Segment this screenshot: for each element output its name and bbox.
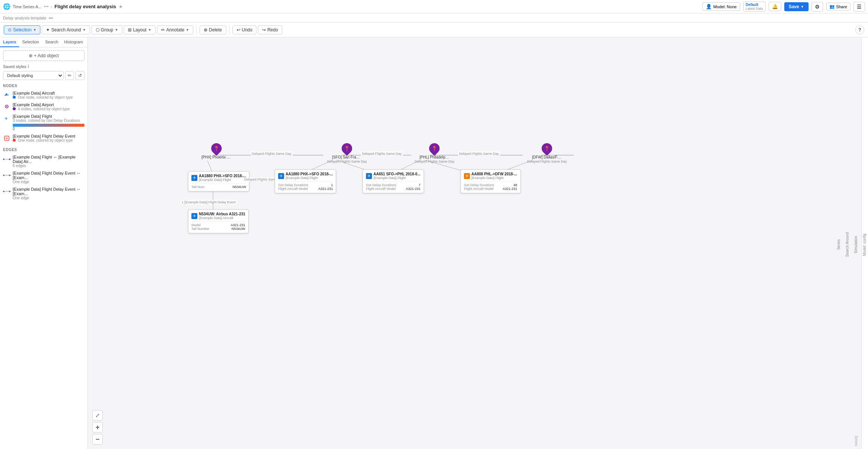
f2-model-row: Flight Aircraft Model A321-231 xyxy=(278,187,333,191)
delete-button[interactable]: ⊗ Delete xyxy=(200,25,226,34)
redo-label: Redo xyxy=(267,27,278,33)
f3-model-label: Flight Aircraft Model xyxy=(366,187,396,191)
save-dropdown-icon: ▼ xyxy=(801,5,804,9)
page-title: Flight delay event analysis xyxy=(55,4,116,9)
f2-model-label: Flight Aircraft Model xyxy=(278,187,308,191)
tab-layers[interactable]: Layers xyxy=(0,37,19,47)
airport-dfw[interactable]: 📍 [DFW] Dallas/Fort Wo... Delayed Flight… xyxy=(527,143,567,163)
f2-delay-value: 1 xyxy=(331,183,333,187)
add-object-button[interactable]: ⊕ + Add object xyxy=(3,50,84,61)
menu-button[interactable]: ☰ xyxy=(853,2,865,12)
flight-node-f4[interactable]: ✈ AA808 PHL->DFW 2018-... [Example Data]… xyxy=(461,169,521,193)
zoom-out-button[interactable]: − xyxy=(92,434,103,445)
right-tab-series[interactable]: Series xyxy=(835,236,842,253)
right-tab-simulation[interactable]: Simulation xyxy=(852,233,859,256)
layer-edge-1[interactable]: [Example Data] Flight ↔ [Example Data] A… xyxy=(3,153,84,169)
airport-phl[interactable]: 📍 [PHL] Philadelphia In... Delayed Fligh… xyxy=(415,143,455,163)
default-latest-button[interactable]: Default Latest Data xyxy=(743,1,766,12)
ac1-title: N534UW: Airbus A321-231 [Example Data] A… xyxy=(199,212,245,220)
delete-label: Delete xyxy=(209,27,222,33)
right-tab-search-around[interactable]: Search Around xyxy=(844,229,851,260)
fit-zoom-button[interactable]: ⤢ xyxy=(92,410,103,421)
selection-button[interactable]: ⊙ Selection ▼ xyxy=(4,25,40,34)
f4-name: AA808 PHL->DFW 2018-... xyxy=(471,172,517,176)
ac1-icon: ✈ xyxy=(191,213,197,219)
nodes-section-header: NODES xyxy=(3,84,84,88)
tab-search[interactable]: Search xyxy=(42,37,61,47)
f4-icon: ✈ xyxy=(464,173,470,179)
f2-delay-row: Get Delay Durations 1 xyxy=(278,183,333,187)
star-icon[interactable]: ★ xyxy=(118,4,123,9)
f3-icon: ✈ xyxy=(366,173,372,179)
aircraft-layer-desc: One node, colored by object type xyxy=(18,95,73,99)
f4-delay-row: Get Delay Durations 48 xyxy=(464,183,517,187)
search-around-icon: ✦ xyxy=(46,27,50,33)
airport-layer-info: [Example Data] Airport 4 nodes, colored … xyxy=(13,102,84,111)
undo-button[interactable]: ↩ Undo xyxy=(233,25,257,34)
flight-layer-name: [Example Data] Flight xyxy=(13,114,84,119)
right-tab-model-config[interactable]: Model: config xyxy=(861,231,868,259)
info-icon[interactable]: ℹ xyxy=(28,64,29,69)
aircraft-layer-info: [Example Data] Aircraft One node, colore… xyxy=(13,91,84,99)
airport-phx[interactable]: 📍 [PHX] Phoenix Sky Ha... xyxy=(201,143,231,159)
svg-text:✈: ✈ xyxy=(4,116,8,121)
ac1-tail-row: Tail Number N534UW xyxy=(191,227,245,231)
model-button[interactable]: 👤 Model: None xyxy=(702,2,740,11)
notification-button[interactable]: 🔔 xyxy=(769,2,781,11)
share-button[interactable]: 👥 Share xyxy=(826,3,850,10)
f4-type: [Example Data] Flight xyxy=(471,176,517,180)
event-layer-info: [Example Data] Flight Delay Event One no… xyxy=(13,134,84,142)
aircraft-layer-icon xyxy=(3,92,10,99)
flight-node-f1[interactable]: ✈ AA1880 PHX->SFO 2018-... [Example Data… xyxy=(188,171,249,191)
annotate-button[interactable]: ✏ Annotate ▼ xyxy=(157,25,193,34)
refresh-style-button[interactable]: ↺ xyxy=(76,71,84,80)
style-select[interactable]: Default styling xyxy=(3,71,64,80)
layer-edge-2[interactable]: [Example Data] Flight Delay Event ↔ [Exa… xyxy=(3,169,84,185)
edit-style-button[interactable]: ✏ xyxy=(65,71,74,80)
save-button[interactable]: Save ▼ xyxy=(784,2,809,11)
f3-type: [Example Data] Flight xyxy=(373,176,421,180)
flight-gradient-container: 0 xyxy=(13,124,84,131)
help-button[interactable]: ? xyxy=(855,25,864,34)
search-around-button[interactable]: ✦ Search Around ▼ xyxy=(42,25,90,34)
edges-section-header: EDGES xyxy=(3,148,84,152)
model-icon: 👤 xyxy=(706,4,712,9)
f3-delay-label: Get Delay Durations xyxy=(366,183,396,187)
airport-sfo[interactable]: 📍 [SFO] San Francisco I... Delayed Fligh… xyxy=(327,143,367,163)
redo-button[interactable]: ↪ Redo xyxy=(258,25,282,34)
annotate-label: Annotate xyxy=(166,27,184,33)
layout-button[interactable]: ⊞ Layout ▼ xyxy=(124,25,156,34)
f4-title: AA808 PHL->DFW 2018-... [Example Data] F… xyxy=(471,172,517,180)
zoom-in-button[interactable]: + xyxy=(92,422,103,433)
layout-label: Layout xyxy=(133,27,147,33)
flight-node-f3[interactable]: ✈ AA651 SFO->PHL 2018-0... [Example Data… xyxy=(363,169,424,193)
edge-label-phl-dfw: Delayed Flights Same Day xyxy=(458,151,500,156)
layer-flight[interactable]: ✈ [Example Data] Flight 3 nodes, colored… xyxy=(3,113,84,132)
aircraft-node-ac1[interactable]: ✈ N534UW: Airbus A321-231 [Example Data]… xyxy=(188,209,249,233)
edge-label-sfo-phl: Delayed Flights Same Day xyxy=(361,151,403,156)
help-label: ? xyxy=(858,27,861,33)
flight-layer-desc: 3 nodes, colored by Get Delay Durations xyxy=(13,119,80,123)
settings-button[interactable]: ⚙ xyxy=(812,2,823,12)
search-around-chevron: ▼ xyxy=(83,28,86,32)
layer-edge-3[interactable]: [Example Data] Flight Delay Event ↔ [Exa… xyxy=(3,185,84,202)
airport-layer-icon xyxy=(3,103,10,111)
group-button[interactable]: ⬡ Group ▼ xyxy=(92,25,122,34)
layer-airport[interactable]: [Example Data] Airport 4 nodes, colored … xyxy=(3,101,84,113)
subtitle-text: Delay analysis template xyxy=(3,16,46,20)
airport-layer-desc: 4 nodes, colored by object type xyxy=(18,107,70,111)
event-layer-name: [Example Data] Flight Delay Event xyxy=(13,134,84,138)
layer-flight-delay-event[interactable]: [Example Data] Flight Delay Event One no… xyxy=(3,132,84,144)
app-logo-icon: 🌐 xyxy=(3,3,10,10)
tab-histogram[interactable]: Histogram xyxy=(61,37,86,47)
f4-model-label: Flight Aircraft Model xyxy=(464,187,494,191)
layer-aircraft[interactable]: [Example Data] Aircraft One node, colore… xyxy=(3,89,84,101)
tab-selection[interactable]: Selection xyxy=(19,37,42,47)
f1-tail-value: N534UW xyxy=(233,185,246,189)
ac1-tail-label: Tail Number xyxy=(191,227,209,231)
canvas-area[interactable]: 📍 [PHX] Phoenix Sky Ha... 📍 [SFO] San Fr… xyxy=(88,37,861,449)
breadcrumb-sep: ••• xyxy=(44,4,49,9)
add-object-plus-icon: ⊕ xyxy=(29,53,33,58)
layout-icon: ⊞ xyxy=(128,27,132,33)
flight-node-f2[interactable]: ✈ AA1880 PHX->SFO 2018-... [Example Data… xyxy=(275,169,336,193)
